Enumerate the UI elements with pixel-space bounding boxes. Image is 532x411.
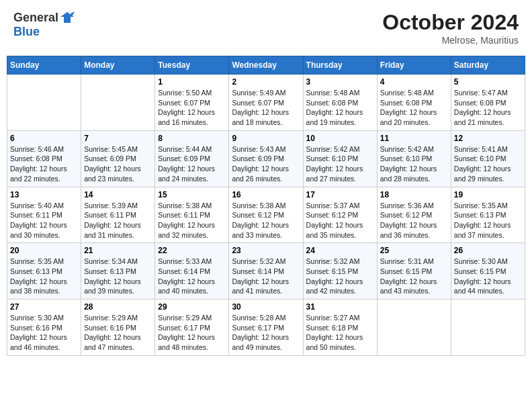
day-number: 6 <box>10 134 78 143</box>
calendar-cell: 8Sunrise: 5:44 AM Sunset: 6:09 PM Daylig… <box>155 130 229 187</box>
calendar-week-row: 6Sunrise: 5:46 AM Sunset: 6:08 PM Daylig… <box>7 130 525 187</box>
calendar-cell <box>7 75 81 131</box>
calendar-cell: 17Sunrise: 5:37 AM Sunset: 6:12 PM Dayli… <box>303 187 377 243</box>
day-number: 16 <box>232 190 300 199</box>
day-number: 9 <box>232 134 300 143</box>
calendar-cell: 6Sunrise: 5:46 AM Sunset: 6:08 PM Daylig… <box>7 130 81 187</box>
cell-info: Sunrise: 5:29 AM Sunset: 6:17 PM Dayligh… <box>158 313 226 353</box>
cell-info: Sunrise: 5:43 AM Sunset: 6:09 PM Dayligh… <box>232 144 300 184</box>
day-number: 7 <box>84 134 152 143</box>
calendar-cell: 3Sunrise: 5:48 AM Sunset: 6:08 PM Daylig… <box>303 75 377 131</box>
calendar-cell: 20Sunrise: 5:35 AM Sunset: 6:13 PM Dayli… <box>7 243 81 300</box>
cell-info: Sunrise: 5:36 AM Sunset: 6:12 PM Dayligh… <box>380 201 448 240</box>
day-number: 5 <box>454 77 522 87</box>
calendar-cell: 19Sunrise: 5:35 AM Sunset: 6:13 PM Dayli… <box>451 187 525 243</box>
cell-info: Sunrise: 5:40 AM Sunset: 6:11 PM Dayligh… <box>10 201 78 240</box>
column-header-friday: Friday <box>377 56 451 75</box>
day-number: 21 <box>84 246 152 255</box>
cell-info: Sunrise: 5:48 AM Sunset: 6:08 PM Dayligh… <box>306 88 374 128</box>
day-number: 15 <box>158 190 226 199</box>
cell-info: Sunrise: 5:44 AM Sunset: 6:09 PM Dayligh… <box>158 144 226 184</box>
cell-info: Sunrise: 5:28 AM Sunset: 6:17 PM Dayligh… <box>232 313 300 353</box>
calendar-cell: 31Sunrise: 5:27 AM Sunset: 6:18 PM Dayli… <box>303 300 377 356</box>
day-number: 8 <box>158 134 226 143</box>
calendar-cell: 22Sunrise: 5:33 AM Sunset: 6:14 PM Dayli… <box>155 243 229 300</box>
cell-info: Sunrise: 5:45 AM Sunset: 6:09 PM Dayligh… <box>84 144 152 184</box>
month-year-title: October 2024 <box>382 10 519 35</box>
calendar-cell: 15Sunrise: 5:38 AM Sunset: 6:11 PM Dayli… <box>155 187 229 243</box>
calendar-cell: 16Sunrise: 5:38 AM Sunset: 6:12 PM Dayli… <box>229 187 303 243</box>
calendar-cell: 28Sunrise: 5:29 AM Sunset: 6:16 PM Dayli… <box>81 300 155 356</box>
logo: General Blue <box>13 10 75 39</box>
calendar-cell <box>81 75 155 131</box>
calendar-cell: 23Sunrise: 5:32 AM Sunset: 6:14 PM Dayli… <box>229 243 303 300</box>
cell-info: Sunrise: 5:47 AM Sunset: 6:08 PM Dayligh… <box>454 88 522 128</box>
cell-info: Sunrise: 5:38 AM Sunset: 6:11 PM Dayligh… <box>158 201 226 240</box>
day-number: 3 <box>306 77 374 87</box>
calendar-cell: 21Sunrise: 5:34 AM Sunset: 6:13 PM Dayli… <box>81 243 155 300</box>
calendar-cell: 12Sunrise: 5:41 AM Sunset: 6:10 PM Dayli… <box>451 130 525 187</box>
day-number: 10 <box>306 134 374 143</box>
day-number: 4 <box>380 77 448 87</box>
cell-info: Sunrise: 5:34 AM Sunset: 6:13 PM Dayligh… <box>84 257 152 296</box>
calendar-week-row: 1Sunrise: 5:50 AM Sunset: 6:07 PM Daylig… <box>7 75 525 131</box>
day-number: 23 <box>232 246 300 255</box>
calendar-cell: 25Sunrise: 5:31 AM Sunset: 6:15 PM Dayli… <box>377 243 451 300</box>
day-number: 26 <box>454 246 522 255</box>
calendar-cell: 1Sunrise: 5:50 AM Sunset: 6:07 PM Daylig… <box>155 75 229 131</box>
cell-info: Sunrise: 5:39 AM Sunset: 6:11 PM Dayligh… <box>84 201 152 240</box>
title-area: October 2024 Melrose, Mauritius <box>382 10 519 46</box>
day-number: 13 <box>10 190 78 199</box>
cell-info: Sunrise: 5:30 AM Sunset: 6:15 PM Dayligh… <box>454 257 522 296</box>
calendar-cell <box>377 300 451 356</box>
cell-info: Sunrise: 5:30 AM Sunset: 6:16 PM Dayligh… <box>10 313 78 353</box>
logo-general-text: General <box>13 11 58 25</box>
cell-info: Sunrise: 5:27 AM Sunset: 6:18 PM Dayligh… <box>306 313 374 353</box>
calendar-cell: 18Sunrise: 5:36 AM Sunset: 6:12 PM Dayli… <box>377 187 451 243</box>
calendar-cell: 4Sunrise: 5:48 AM Sunset: 6:08 PM Daylig… <box>377 75 451 131</box>
logo-blue-text: Blue <box>13 25 40 38</box>
calendar-cell: 30Sunrise: 5:28 AM Sunset: 6:17 PM Dayli… <box>229 300 303 356</box>
cell-info: Sunrise: 5:37 AM Sunset: 6:12 PM Dayligh… <box>306 201 374 240</box>
calendar-table: SundayMondayTuesdayWednesdayThursdayFrid… <box>7 56 525 356</box>
calendar-cell: 10Sunrise: 5:42 AM Sunset: 6:10 PM Dayli… <box>303 130 377 187</box>
day-number: 30 <box>232 302 300 312</box>
day-number: 22 <box>158 246 226 255</box>
day-number: 28 <box>84 302 152 312</box>
location-subtitle: Melrose, Mauritius <box>382 35 519 46</box>
calendar-cell: 27Sunrise: 5:30 AM Sunset: 6:16 PM Dayli… <box>7 300 81 356</box>
calendar-cell: 13Sunrise: 5:40 AM Sunset: 6:11 PM Dayli… <box>7 187 81 243</box>
day-number: 29 <box>158 302 226 312</box>
column-header-monday: Monday <box>81 56 155 75</box>
calendar-cell: 29Sunrise: 5:29 AM Sunset: 6:17 PM Dayli… <box>155 300 229 356</box>
day-number: 12 <box>454 134 522 143</box>
cell-info: Sunrise: 5:33 AM Sunset: 6:14 PM Dayligh… <box>158 257 226 296</box>
cell-info: Sunrise: 5:32 AM Sunset: 6:15 PM Dayligh… <box>306 257 374 296</box>
logo-bird-icon <box>60 10 75 25</box>
day-number: 14 <box>84 190 152 199</box>
calendar-week-row: 13Sunrise: 5:40 AM Sunset: 6:11 PM Dayli… <box>7 187 525 243</box>
page-header: General Blue October 2024 Melrose, Mauri… <box>7 7 525 49</box>
cell-info: Sunrise: 5:46 AM Sunset: 6:08 PM Dayligh… <box>10 144 78 184</box>
column-header-tuesday: Tuesday <box>155 56 229 75</box>
column-header-thursday: Thursday <box>303 56 377 75</box>
day-number: 17 <box>306 190 374 199</box>
calendar-cell: 7Sunrise: 5:45 AM Sunset: 6:09 PM Daylig… <box>81 130 155 187</box>
cell-info: Sunrise: 5:29 AM Sunset: 6:16 PM Dayligh… <box>84 313 152 353</box>
calendar-cell: 11Sunrise: 5:42 AM Sunset: 6:10 PM Dayli… <box>377 130 451 187</box>
cell-info: Sunrise: 5:35 AM Sunset: 6:13 PM Dayligh… <box>10 257 78 296</box>
calendar-cell: 24Sunrise: 5:32 AM Sunset: 6:15 PM Dayli… <box>303 243 377 300</box>
cell-info: Sunrise: 5:35 AM Sunset: 6:13 PM Dayligh… <box>454 201 522 240</box>
calendar-cell: 26Sunrise: 5:30 AM Sunset: 6:15 PM Dayli… <box>451 243 525 300</box>
day-number: 27 <box>10 302 78 312</box>
day-number: 11 <box>380 134 448 143</box>
calendar-cell: 14Sunrise: 5:39 AM Sunset: 6:11 PM Dayli… <box>81 187 155 243</box>
calendar-week-row: 20Sunrise: 5:35 AM Sunset: 6:13 PM Dayli… <box>7 243 525 300</box>
cell-info: Sunrise: 5:42 AM Sunset: 6:10 PM Dayligh… <box>306 144 374 184</box>
cell-info: Sunrise: 5:38 AM Sunset: 6:12 PM Dayligh… <box>232 201 300 240</box>
calendar-cell: 2Sunrise: 5:49 AM Sunset: 6:07 PM Daylig… <box>229 75 303 131</box>
day-number: 1 <box>158 77 226 87</box>
cell-info: Sunrise: 5:48 AM Sunset: 6:08 PM Dayligh… <box>380 88 448 128</box>
cell-info: Sunrise: 5:50 AM Sunset: 6:07 PM Dayligh… <box>158 88 226 128</box>
day-number: 24 <box>306 246 374 255</box>
